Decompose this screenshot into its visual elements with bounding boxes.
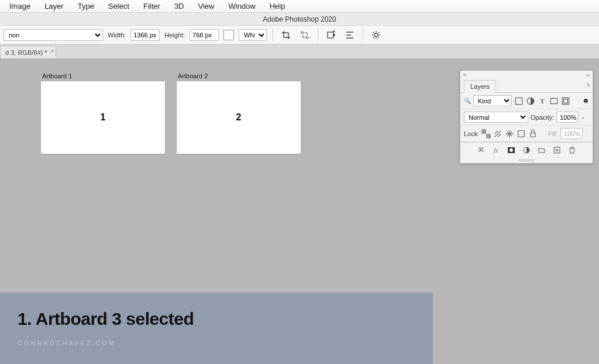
layers-panel[interactable]: × ‹‹ Layers ≡ 🔍 Kind T Normal Opacity: ⌄… [460, 70, 593, 164]
divider [273, 29, 273, 41]
filter-adjust-icon[interactable] [526, 96, 535, 106]
fill-input [560, 128, 583, 139]
lock-pixels-icon[interactable] [493, 129, 502, 138]
menu-select[interactable]: Select [101, 2, 136, 11]
options-bar: non Width: Height: White [0, 26, 599, 44]
artboard[interactable]: Artboard 11 [41, 81, 165, 154]
lock-transparency-icon[interactable] [481, 129, 491, 138]
divider [318, 29, 318, 41]
fill-label: Fill: [548, 130, 558, 137]
layer-filter-row: 🔍 Kind T [460, 93, 593, 109]
crop-icon[interactable] [279, 28, 293, 42]
svg-rect-6 [564, 99, 568, 103]
layer-mask-icon[interactable] [507, 146, 515, 154]
svg-point-12 [510, 148, 513, 152]
tutorial-caption: 1. Artboard 3 selected CONRADCHAVEZ.COM [0, 293, 433, 364]
blend-row: Normal Opacity: ⌄ [460, 109, 593, 126]
panel-bottom-bar: ⌘ fx [460, 142, 593, 157]
background-color-swatch[interactable] [223, 30, 234, 40]
blend-mode-select[interactable]: Normal [464, 112, 528, 123]
svg-rect-10 [531, 133, 535, 137]
close-icon[interactable]: × [51, 48, 54, 54]
svg-rect-0 [328, 32, 333, 38]
panel-resize-grip[interactable] [460, 157, 593, 163]
artboard[interactable]: Artboard 22 [177, 81, 301, 154]
menu-layer[interactable]: Layer [37, 2, 71, 11]
width-input[interactable] [130, 29, 160, 41]
divider [363, 29, 363, 41]
panel-close-icon[interactable]: × [463, 71, 466, 78]
filter-shape-icon[interactable] [549, 96, 559, 106]
align-icon[interactable] [343, 28, 357, 42]
document-tab[interactable]: d 3, RGB/8#) * × [0, 46, 56, 58]
document-tab-label: d 3, RGB/8#) * [5, 49, 47, 56]
add-artboard-icon[interactable] [324, 28, 338, 42]
menu-filter[interactable]: Filter [136, 2, 167, 11]
artboard-number: 1 [101, 112, 106, 123]
caption-text: 1. Artboard 3 selected [18, 309, 433, 329]
artboard-surface[interactable]: 1 [41, 81, 165, 154]
artboard-label[interactable]: Artboard 1 [42, 72, 72, 79]
lock-artboard-icon[interactable] [517, 129, 526, 138]
height-input[interactable] [190, 29, 219, 41]
svg-rect-8 [486, 134, 491, 138]
menu-type[interactable]: Type [71, 2, 101, 11]
panel-tab-row: Layers ≡ [460, 79, 593, 93]
filter-smart-icon[interactable] [561, 96, 570, 106]
svg-rect-7 [481, 129, 486, 134]
svg-rect-4 [550, 98, 557, 103]
svg-rect-9 [518, 130, 525, 137]
filter-pixel-icon[interactable] [514, 96, 524, 106]
lock-label: Lock: [464, 130, 479, 137]
width-label: Width: [108, 32, 126, 39]
menu-help[interactable]: Help [263, 2, 292, 11]
opacity-input[interactable] [556, 112, 579, 123]
window-title: Adobe Photoshop 2020 [263, 15, 336, 23]
lock-all-icon[interactable] [528, 129, 538, 138]
chevron-down-icon: ⌄ [585, 131, 589, 136]
group-layers-icon[interactable] [538, 146, 546, 154]
artboard-surface[interactable]: 2 [177, 81, 301, 154]
lock-position-icon[interactable] [505, 129, 514, 138]
svg-rect-2 [515, 98, 522, 104]
menu-3d[interactable]: 3D [167, 2, 191, 11]
window-title-bar: Adobe Photoshop 2020 [0, 13, 599, 26]
crop-dashed-icon[interactable] [298, 28, 312, 42]
menu-window[interactable]: Window [221, 2, 262, 11]
background-color-select[interactable]: White [239, 29, 267, 41]
artboard-label[interactable]: Artboard 2 [178, 72, 208, 79]
chevron-down-icon[interactable]: ⌄ [581, 115, 585, 120]
panel-menu-icon[interactable]: ≡ [587, 81, 590, 88]
opacity-label: Opacity: [531, 114, 554, 121]
delete-layer-icon[interactable] [568, 146, 576, 154]
workspace: Artboard 11Artboard 22 1. Artboard 3 sel… [0, 58, 599, 364]
adjustment-layer-icon[interactable] [522, 146, 531, 154]
filter-kind-select[interactable]: Kind [473, 95, 512, 106]
svg-point-1 [374, 33, 378, 37]
artboard-number: 2 [236, 112, 242, 123]
new-layer-icon[interactable] [553, 146, 561, 154]
menu-image[interactable]: Image [2, 2, 37, 11]
menu-view[interactable]: View [191, 2, 222, 11]
lock-row: Lock: Fill: ⌄ [460, 126, 593, 142]
document-tab-row: d 3, RGB/8#) * × [0, 44, 599, 58]
layer-fx-icon[interactable]: fx [492, 146, 500, 154]
panel-top-bar[interactable]: × ‹‹ [460, 71, 593, 79]
watermark: CONRADCHAVEZ.COM [18, 339, 433, 346]
app-menu-bar: Image Layer Type Select Filter 3D View W… [0, 0, 599, 13]
artboard-preset-select[interactable]: non [4, 29, 103, 41]
filter-type-icon[interactable]: T [538, 96, 547, 106]
layers-tab[interactable]: Layers [464, 80, 496, 93]
link-layers-icon[interactable]: ⌘ [477, 146, 485, 154]
filter-toggle-icon[interactable] [584, 99, 588, 103]
gear-icon[interactable] [369, 28, 383, 42]
panel-collapse-icon[interactable]: ‹‹ [586, 71, 590, 78]
height-label: Height: [164, 32, 185, 39]
